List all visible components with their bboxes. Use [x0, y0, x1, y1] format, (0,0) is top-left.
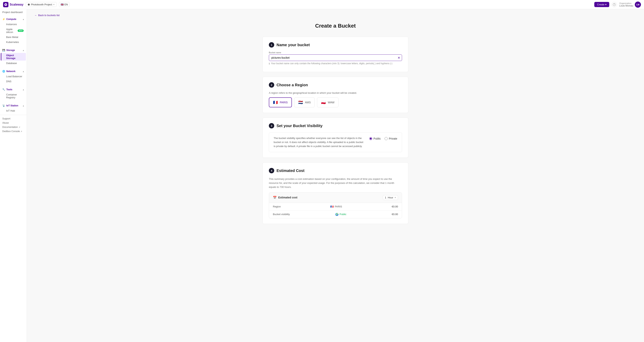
time-selector[interactable]: 1 Hour ▾ [383, 195, 398, 200]
sidebar: Project dashboard ⚡ Compute ▲ Instances … [0, 9, 27, 342]
sidebar-section-network-header[interactable]: 🌐 Network ▲ [0, 69, 27, 74]
paris-flag: 🇫🇷 [273, 100, 278, 105]
project-chevron: ▾ [53, 3, 54, 6]
hint-text: Your bucket name can only contain the fo… [271, 62, 392, 65]
new-badge: NEW [18, 29, 24, 32]
logo[interactable]: Scaleway [3, 2, 24, 7]
header-right: Create ▾ Organization: Louis Moreau LM [594, 1, 641, 8]
cost-visibility-value: 🌍 Public [335, 213, 346, 216]
external-link-icon: ↗ [18, 126, 20, 128]
bucket-name-input[interactable] [269, 54, 402, 61]
input-clear-button[interactable]: ✕ [398, 56, 400, 60]
region-card-ams[interactable]: 🇳🇱 AMS [294, 97, 315, 107]
iot-chevron: ▲ [22, 105, 24, 107]
project-name: Photobooth Project [31, 3, 52, 6]
sidebar-item-kubernetes[interactable]: Kubernetes [1, 40, 26, 44]
sidebar-item-bare-metal[interactable]: Bare Metal [1, 35, 26, 39]
region-description: A region refers to the geographical loca… [269, 91, 402, 94]
storage-chevron: ▲ [22, 49, 24, 51]
public-radio-option[interactable]: Public [369, 137, 381, 140]
sidebar-support-link[interactable]: Support [2, 117, 24, 121]
visibility-section-title: Set your Bucket Visibility [276, 124, 322, 128]
region-card-paris[interactable]: 🇫🇷 PARIS [269, 97, 292, 107]
network-icon: 🌐 [2, 70, 5, 73]
region-cards: 🇫🇷 PARIS 🇳🇱 AMS 🇵🇱 WAW [269, 97, 402, 107]
step-4-badge: 4 [269, 168, 274, 173]
sidebar-item-container-registry[interactable]: Container Registry [1, 92, 26, 100]
sidebar-item-database[interactable]: Database [1, 61, 26, 65]
sidebar-section-storage: 💾 Storage ▲ Object Storage Database [0, 46, 27, 67]
tools-icon: 🔧 [2, 88, 5, 91]
compute-chevron: ▲ [22, 18, 24, 20]
visibility-cost-label: Bucket visibility [273, 213, 290, 216]
waw-flag: 🇵🇱 [321, 100, 326, 105]
visibility-box: The bucket visibility specifies whether … [269, 132, 402, 152]
sidebar-section-tools-header[interactable]: 🔧 Tools ▲ [0, 87, 27, 92]
sidebar-item-object-storage[interactable]: Object Storage [1, 53, 26, 60]
cost-description: This summary provides a cost estimation … [269, 177, 402, 189]
cost-box: 📅 Estimated cost 1 Hour ▾ Region 🇫🇷 [269, 192, 402, 218]
iot-icon: 📡 [2, 104, 5, 107]
cost-visibility-text: Public [340, 213, 346, 216]
private-radio-option[interactable]: Private [384, 137, 397, 140]
sidebar-item-project-dashboard[interactable]: Project dashboard [0, 9, 27, 15]
sidebar-section-iot-header[interactable]: 📡 IoT Station ▲ [0, 103, 27, 108]
cost-title-text: Estimated cost [278, 196, 298, 199]
time-chevron: ▾ [395, 196, 396, 199]
help-button[interactable] [612, 2, 617, 7]
back-label: Back to buckets list [38, 14, 60, 17]
storage-icon: 💾 [2, 49, 5, 51]
flag-icon: 🇬🇧 [61, 3, 64, 6]
org-info: Organization: Louis Moreau LM [619, 1, 641, 8]
project-selector[interactable]: Photobooth Project ▾ [26, 2, 56, 7]
sidebar-section-storage-header[interactable]: 💾 Storage ▲ [0, 48, 27, 53]
org-name: Louis Moreau [619, 4, 633, 7]
create-chevron: ▾ [605, 3, 606, 6]
cost-box-title: 📅 Estimated cost [273, 196, 298, 199]
cost-section-header: 4 Estimated Cost [269, 168, 402, 173]
sidebar-abuse-link[interactable]: Abuse [2, 121, 24, 125]
back-link[interactable]: ← Back to buckets list [34, 14, 636, 17]
hint-icon: ℹ [269, 62, 270, 65]
cost-region-text: PARIS [335, 205, 342, 208]
sidebar-dedibox-link[interactable]: Dedibox Console ↗ [2, 129, 24, 133]
cost-box-header: 📅 Estimated cost 1 Hour ▾ [269, 192, 402, 203]
storage-label: Storage [6, 49, 15, 51]
sidebar-section-compute-header[interactable]: ⚡ Compute ▲ [0, 17, 27, 22]
header: Scaleway Photobooth Project ▾ 🇬🇧 EN Crea… [0, 0, 644, 9]
public-globe-icon: 🌍 [335, 213, 338, 216]
region-section-title: Choose a Region [276, 83, 308, 87]
avatar[interactable]: LM [635, 1, 641, 8]
project-dot [28, 4, 30, 5]
region-card-waw[interactable]: 🇵🇱 WAW [317, 97, 338, 107]
org-text: Organization: Louis Moreau [619, 2, 633, 7]
cost-section-title: Estimated Cost [276, 169, 304, 173]
visibility-radio-group: Public Private [369, 137, 397, 140]
private-radio-input[interactable] [384, 137, 388, 140]
ams-flag: 🇳🇱 [298, 100, 303, 105]
sidebar-item-instances[interactable]: Instances [1, 22, 26, 27]
svg-point-2 [614, 5, 614, 5]
region-cost-label: Region [273, 205, 281, 208]
sidebar-documentation-link[interactable]: Documentation ↗ [2, 125, 24, 129]
cost-icon: 📅 [273, 196, 277, 199]
step-3-badge: 3 [269, 123, 274, 128]
bucket-name-group: Bucket name ✕ ℹ Your bucket name can onl… [269, 51, 402, 65]
page-title: Create a Bucket [34, 23, 636, 29]
main-content: ← Back to buckets list Create a Bucket 1… [27, 9, 644, 342]
time-value: 1 [385, 196, 386, 199]
cost-region-value: 🇫🇷 PARIS [330, 205, 342, 208]
cost-row-region: Region 🇫🇷 PARIS €0.00 [269, 203, 402, 211]
network-chevron: ▲ [22, 70, 24, 72]
sidebar-bottom: Support Abuse Documentation ↗ Dedibox Co… [0, 115, 27, 135]
create-button[interactable]: Create ▾ [594, 2, 609, 7]
sidebar-item-dns[interactable]: DNS [1, 79, 26, 84]
visibility-section-header: 3 Set your Bucket Visibility [269, 123, 402, 128]
language-selector[interactable]: 🇬🇧 EN [59, 2, 70, 7]
public-radio-input[interactable] [369, 137, 372, 140]
sidebar-item-iot-hub[interactable]: IoT Hub [1, 108, 26, 113]
sidebar-item-apple-silicon[interactable]: Apple silicon NEW [1, 27, 26, 34]
cost-row-visibility: Bucket visibility 🌍 Public €0.00 [269, 211, 402, 218]
sidebar-section-compute: ⚡ Compute ▲ Instances Apple silicon NEW … [0, 15, 27, 46]
sidebar-item-load-balancer[interactable]: Load Balancer [1, 74, 26, 79]
